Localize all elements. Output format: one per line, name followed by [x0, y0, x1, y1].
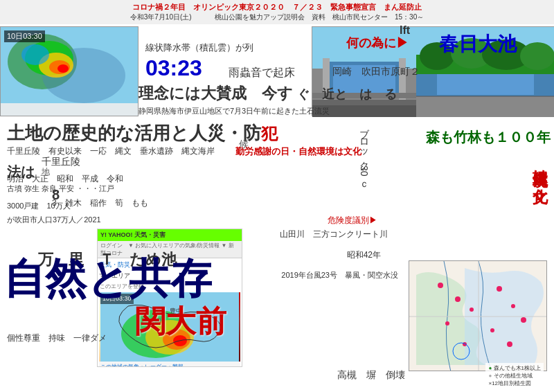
senri-text1: 千里丘陵 有史以来 一応 縄文 垂水遺跡 縄文海岸 [7, 145, 215, 157]
svg-rect-18 [416, 96, 554, 117]
ift-text: Ift [400, 24, 410, 37]
kosei-text: 個性尊重 持味 一律ダメ [7, 332, 107, 344]
population-text: が吹田市人口37万人／2021 [7, 215, 101, 225]
yamadagawa-text: 山田川 三方コンクリート川 [280, 229, 388, 240]
yahoo-header: Y! YAHOO! 天気・災害 [98, 229, 242, 241]
svg-point-31 [455, 296, 461, 302]
ticker-line2: 令和3年7月10日(土) 桃山公園を魅力アップ説明会 資料 桃山市民センター 1… [6, 12, 548, 22]
yahoo-bottom-link: この地域の気象・レーダー・警報 [99, 362, 240, 367]
svg-point-39 [507, 341, 512, 347]
svg-point-6 [57, 64, 69, 73]
map-timestamp: 10日03:30 [4, 30, 45, 42]
rinen-text: 理念には大賛成 今す ぐ 近と は る [138, 83, 397, 104]
event-text: 桃山公園を魅力アップ説明会 資料 桃山市民センター 15：30～ [215, 13, 424, 21]
kissenjo-text: 線状降水帯（積乱雲）が列 [145, 42, 253, 54]
showa42-text: 昭和42年 [347, 249, 381, 261]
svg-point-32 [470, 308, 474, 312]
svg-rect-8 [1, 103, 138, 116]
shizuoka-text: 静岡県熱海市伊豆山地区で7月3日午前に起きた土石流災 [138, 106, 330, 116]
time-0323: 03:23 [145, 55, 202, 81]
regional-svg [409, 261, 547, 371]
svg-point-37 [490, 328, 494, 332]
top-ticker-bar: コロナ禍２年目 オリンピック東京２０２０ ７／２３ 緊急事態宣言 まん延防止 令… [0, 0, 554, 24]
shizen-kyozon-text: 自然と共存 [3, 256, 212, 302]
svg-rect-17 [437, 74, 534, 95]
tochi-rekishi-text: 土地の歴史的な活用と人災・防犯 [7, 121, 278, 145]
svg-point-35 [511, 304, 515, 308]
kanda-mae-text: 関大前 [135, 301, 226, 342]
map-legend: ● 森んでも木1株以上 ● その他植生地域 ×12地目別植生図 [485, 363, 544, 389]
svg-point-7 [21, 44, 49, 65]
takatsuki-text: 高槻 塀 倒壊 [337, 369, 405, 382]
kasuga-ike-text: 春日大池 [409, 31, 547, 57]
regional-map-image [409, 261, 546, 371]
svg-point-34 [497, 286, 502, 292]
radar-map-image: 10日03:30 [1, 27, 138, 116]
kofun-text: 古墳 弥生 奈良 平安 ・・・江戸 [7, 184, 114, 194]
shizen-bunka-text: 自然環境は文化 [530, 159, 551, 177]
svg-point-30 [438, 283, 443, 288]
house-text: 3000戸建 10万人 [7, 201, 71, 211]
legend-item-1: ● 森んでも木1株以上 [488, 364, 541, 372]
svg-point-36 [521, 317, 526, 323]
main-page: コロナ禍２年目 オリンピック東京２０２０ ７／２３ 緊急事態宣言 まん延防止 令… [0, 0, 554, 392]
radar-map-topleft: 10日03:30 [0, 26, 138, 116]
location-text: 岡崎 吹田市原町２ [332, 66, 420, 78]
taifu23-text: 2019年台風23号 暴風・関空水没 [281, 270, 398, 280]
kinrokansha-text: 勤労感謝の日・自然環境は文化 [235, 145, 361, 158]
svg-point-33 [445, 321, 449, 326]
wake-text: 雨蟲音で起床 [229, 66, 295, 80]
ticker-line1: コロナ禍２年目 オリンピック東京２０２０ ７／２３ 緊急事態宣言 まん延防止 [6, 2, 548, 12]
date-text: 令和3年7月10日(土) [130, 13, 192, 21]
bohan-text: 犯 [261, 124, 278, 143]
mori100nen-text: 森も竹林も１００年 [426, 128, 551, 147]
legend-item-2: ● その他植生地域 [488, 372, 541, 380]
legend-item-3: ×12地目別植生図 [488, 380, 541, 387]
kiken-text: 危険度議別▶ [328, 215, 377, 226]
yahoo-title: YAHOO! 天気・災害 [108, 231, 166, 238]
nanotameni-text: 何の為に▶ [346, 35, 409, 51]
yahoo-logo: Y! [100, 231, 107, 238]
regional-map-bottomright [409, 260, 547, 371]
